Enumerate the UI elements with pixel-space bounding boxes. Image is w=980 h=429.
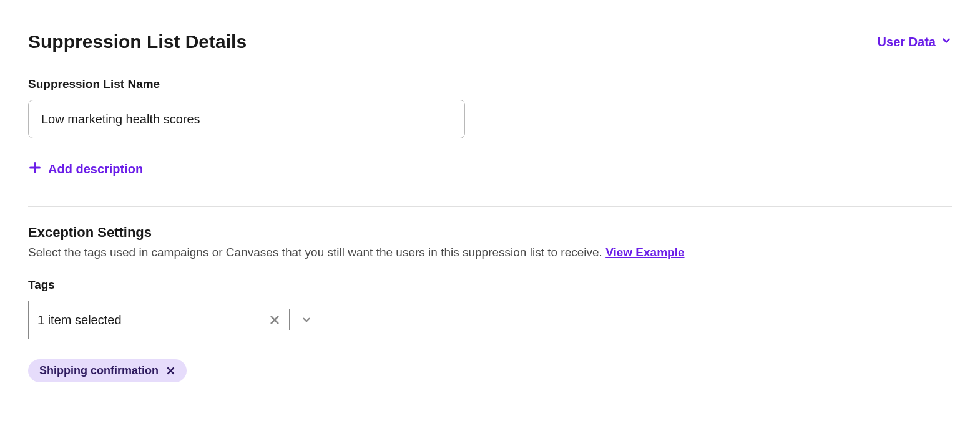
name-field-group: Suppression List Name [28,77,952,138]
view-example-link[interactable]: View Example [605,246,684,259]
divider [28,206,952,207]
exception-settings-title: Exception Settings [28,224,952,241]
chevron-down-icon [941,35,952,49]
tags-select[interactable]: 1 item selected [28,301,326,339]
remove-tag-icon[interactable] [166,366,175,375]
clear-icon[interactable] [260,314,289,325]
selected-tags-row: Shipping confirmation [28,359,952,382]
name-field-label: Suppression List Name [28,77,952,91]
user-data-dropdown[interactable]: User Data [878,35,952,49]
add-description-label: Add description [48,162,143,176]
user-data-label: User Data [878,35,936,49]
add-description-button[interactable]: Add description [28,161,952,178]
exception-settings-description: Select the tags used in campaigns or Can… [28,246,952,259]
tag-chip: Shipping confirmation [28,359,187,382]
suppression-list-name-input[interactable] [28,100,465,138]
page-title: Suppression List Details [28,31,247,52]
tag-chip-label: Shipping confirmation [39,364,159,377]
tags-select-text: 1 item selected [37,313,260,327]
tags-label: Tags [28,278,952,292]
chevron-down-icon[interactable] [290,314,317,325]
plus-icon [28,161,42,178]
